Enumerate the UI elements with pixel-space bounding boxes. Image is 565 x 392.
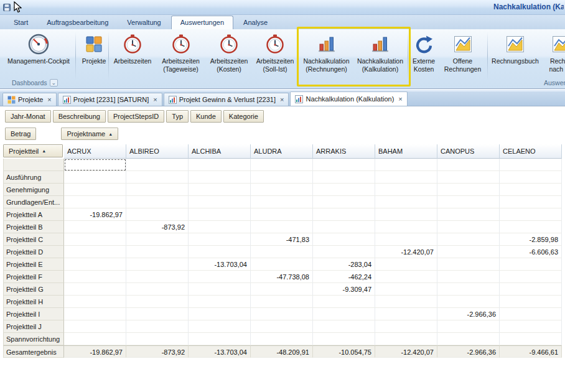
filter-field-kunde[interactable]: Kunde <box>190 110 222 123</box>
pivot-cell[interactable] <box>313 196 375 208</box>
pivot-cell[interactable] <box>126 271 189 283</box>
close-icon[interactable]: × <box>47 96 51 103</box>
row-header-projektteil-e[interactable]: Projektteil E <box>3 258 64 271</box>
pivot-cell[interactable] <box>313 221 375 233</box>
row-header-projektteil-h[interactable]: Projektteil H <box>3 296 64 308</box>
pivot-cell[interactable] <box>64 171 126 184</box>
pivot-cell[interactable] <box>437 171 500 184</box>
filter-field-kategorie[interactable]: Kategorie <box>223 110 264 123</box>
ribbon-button-externe-kosten[interactable]: Externe Kosten <box>409 31 439 78</box>
pivot-cell[interactable] <box>500 271 562 283</box>
document-tab-projekt-gewinn-verlust-2231[interactable]: Projekt Gewinn & Verlust [2231]× <box>164 93 289 106</box>
ribbon-tab-start[interactable]: Start <box>5 16 37 29</box>
pivot-cell[interactable] <box>375 221 437 233</box>
pivot-cell[interactable] <box>64 159 126 171</box>
pivot-cell[interactable] <box>375 208 437 221</box>
pivot-cell[interactable] <box>189 320 251 333</box>
pivot-cell[interactable] <box>126 333 189 345</box>
pivot-cell[interactable] <box>64 308 126 320</box>
pivot-cell[interactable] <box>375 159 437 171</box>
pivot-cell[interactable] <box>437 221 500 233</box>
pivot-cell[interactable] <box>64 320 126 333</box>
pivot-cell[interactable] <box>64 246 126 258</box>
pivot-cell[interactable] <box>375 258 437 271</box>
pivot-cell[interactable] <box>313 171 375 184</box>
pivot-cell[interactable] <box>500 159 562 171</box>
pivot-cell[interactable] <box>64 233 126 246</box>
pivot-cell[interactable] <box>437 208 500 221</box>
document-tab-projekt-2231-saturn[interactable]: Projekt [2231] [SATURN]× <box>58 93 162 106</box>
pivot-cell[interactable] <box>375 320 437 333</box>
pivot-cell[interactable] <box>189 271 251 283</box>
pivot-cell[interactable]: -462,24 <box>313 271 375 283</box>
close-icon[interactable]: × <box>153 96 157 103</box>
pivot-cell[interactable] <box>126 246 189 258</box>
pivot-cell[interactable] <box>251 296 313 308</box>
pivot-cell[interactable] <box>437 258 500 271</box>
close-icon[interactable]: × <box>398 95 402 103</box>
pivot-cell[interactable] <box>64 333 126 345</box>
pivot-cell[interactable] <box>64 221 126 233</box>
ribbon-tab-auswertungen[interactable]: Auswertungen <box>171 16 233 29</box>
pivot-cell[interactable] <box>437 196 500 208</box>
column-header-acrux[interactable]: ACRUX <box>64 144 126 159</box>
pivot-cell[interactable] <box>500 258 562 271</box>
pivot-cell[interactable] <box>313 333 375 345</box>
pivot-cell[interactable]: -873,92 <box>126 221 189 233</box>
pivot-cell[interactable] <box>500 283 562 296</box>
pivot-cell[interactable] <box>189 221 251 233</box>
column-header-arrakis[interactable]: ARRAKIS <box>313 144 375 159</box>
pivot-cell[interactable] <box>375 333 437 345</box>
pivot-cell[interactable] <box>64 258 126 271</box>
pivot-cell[interactable] <box>251 208 313 221</box>
pivot-cell[interactable] <box>189 308 251 320</box>
pivot-cell[interactable] <box>437 296 500 308</box>
pivot-cell[interactable]: -12.420,07 <box>375 246 437 258</box>
pivot-cell[interactable]: -2.966,36 <box>437 345 500 358</box>
pivot-cell[interactable]: -873,92 <box>126 345 189 358</box>
pivot-cell[interactable] <box>251 221 313 233</box>
pivot-cell[interactable] <box>313 320 375 333</box>
pivot-cell[interactable]: -12.420,07 <box>375 345 437 358</box>
pivot-cell[interactable] <box>64 184 126 196</box>
ribbon-button-nachkalkulation-kalkulation[interactable]: Nachkalkulation (Kalkulation) <box>354 31 406 78</box>
pivot-cell[interactable] <box>437 271 500 283</box>
pivot-cell[interactable] <box>251 320 313 333</box>
filter-field-projectstepsid[interactable]: ProjectStepsID <box>108 110 164 123</box>
ribbon-button-rechnungsbuch[interactable]: Rechnungsbuch <box>489 31 541 78</box>
pivot-cell[interactable] <box>189 283 251 296</box>
pivot-cell[interactable] <box>251 246 313 258</box>
row-header-projektteil-c[interactable]: Projektteil C <box>3 233 64 246</box>
pivot-cell[interactable]: -13.703,04 <box>189 345 251 358</box>
pivot-cell[interactable] <box>189 159 251 171</box>
close-icon[interactable]: × <box>280 96 284 103</box>
pivot-cell[interactable] <box>437 320 500 333</box>
pivot-cell[interactable]: -2.859,98 <box>500 233 562 246</box>
pivot-cell[interactable] <box>500 196 562 208</box>
column-header-canopus[interactable]: CANOPUS <box>437 144 500 159</box>
pivot-cell[interactable]: -19.862,97 <box>64 208 126 221</box>
row-field-projektteil[interactable]: Projektteil ▲ <box>3 144 63 157</box>
pivot-cell[interactable]: -2.966,36 <box>437 308 500 320</box>
pivot-cell[interactable] <box>126 159 189 171</box>
row-header-gesamtergebnis[interactable]: Gesamtergebnis <box>3 345 64 358</box>
pivot-cell[interactable] <box>313 246 375 258</box>
ribbon-button-projekte[interactable]: Projekte <box>78 31 110 78</box>
pivot-cell[interactable] <box>126 296 189 308</box>
pivot-cell[interactable] <box>375 283 437 296</box>
pivot-cell[interactable] <box>500 296 562 308</box>
pivot-cell[interactable] <box>251 171 313 184</box>
row-header-projektteil-j[interactable]: Projektteil J <box>3 320 64 333</box>
pivot-cell[interactable] <box>126 196 189 208</box>
document-tab-projekte[interactable]: Projekte× <box>2 93 57 106</box>
pivot-cell[interactable]: -471,83 <box>251 233 313 246</box>
save-icon[interactable] <box>3 2 11 14</box>
ribbon-tab-verwaltung[interactable]: Verwaltung <box>118 16 169 29</box>
column-header-baham[interactable]: BAHAM <box>375 144 437 159</box>
row-header-empty[interactable] <box>3 159 64 171</box>
pivot-cell[interactable] <box>375 196 437 208</box>
pivot-cell[interactable] <box>189 196 251 208</box>
pivot-cell[interactable] <box>375 171 437 184</box>
pivot-cell[interactable] <box>375 308 437 320</box>
row-header-spannvorrichtung[interactable]: Spannvorrichtung <box>3 333 64 345</box>
